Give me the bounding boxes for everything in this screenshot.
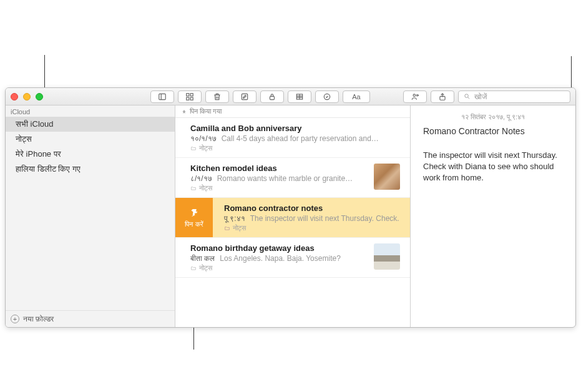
folder-icon bbox=[190, 145, 197, 151]
note-snippet: Los Angeles. Napa. Baja. Yosemite? bbox=[220, 254, 340, 263]
pin-swipe-action[interactable]: पिन करें bbox=[175, 198, 213, 237]
note-date: बीता कल bbox=[190, 254, 215, 263]
search-input[interactable]: खोजें bbox=[458, 91, 570, 103]
notes-window: Aa खोजें iCloud सभी iCloud नोट्स मेरे iP… bbox=[5, 87, 576, 328]
note-title: Camilla and Bob anniversary bbox=[190, 124, 400, 133]
svg-rect-2 bbox=[187, 93, 189, 96]
note-row[interactable]: Romano birthday getaway ideas बीता कल Lo… bbox=[175, 238, 410, 278]
svg-point-16 bbox=[465, 94, 469, 98]
note-date: पू ९:४१ bbox=[224, 214, 245, 223]
svg-rect-3 bbox=[190, 93, 193, 96]
list-view-button[interactable] bbox=[150, 91, 174, 103]
note-snippet: Call 4-5 days ahead for party reservatio… bbox=[222, 134, 379, 143]
delete-button[interactable] bbox=[205, 91, 229, 103]
note-row-selected[interactable]: पिन करें Romano contractor notes पू ९:४१… bbox=[175, 198, 410, 238]
sidebar-item-on-my-iphone[interactable]: मेरे iPhone पर bbox=[6, 147, 175, 162]
svg-rect-6 bbox=[242, 94, 247, 99]
svg-point-13 bbox=[413, 94, 416, 96]
note-detail-body[interactable]: The inspector will visit next Thursday. … bbox=[423, 150, 563, 184]
fullscreen-window-button[interactable] bbox=[36, 93, 43, 100]
sidebar-section-header: iCloud bbox=[6, 105, 175, 117]
svg-rect-4 bbox=[187, 97, 189, 100]
note-folder-name: नोट्स bbox=[199, 144, 212, 152]
note-thumbnail bbox=[374, 164, 400, 190]
pin-icon bbox=[188, 207, 200, 218]
plus-circle-icon: + bbox=[11, 315, 19, 323]
note-snippet: The inspector will visit next Thursday. … bbox=[250, 214, 399, 223]
svg-line-17 bbox=[468, 97, 470, 99]
note-detail-title: Romano Contractor Notes bbox=[423, 126, 563, 136]
note-title: Romano birthday getaway ideas bbox=[190, 243, 369, 253]
new-note-button[interactable] bbox=[233, 91, 256, 103]
folder-icon bbox=[190, 265, 197, 271]
new-folder-button[interactable]: + नया फ़ोल्डर bbox=[6, 310, 175, 327]
search-icon bbox=[464, 93, 471, 100]
pin-swipe-label: पिन करें bbox=[185, 220, 203, 228]
folder-icon bbox=[190, 185, 197, 191]
lock-button[interactable] bbox=[260, 91, 284, 103]
collaborate-button[interactable] bbox=[403, 91, 427, 103]
svg-point-14 bbox=[416, 94, 417, 96]
note-folder-name: नोट्स bbox=[199, 184, 212, 192]
note-snippet: Romano wants white marble or granite… bbox=[217, 174, 353, 183]
note-date: ८/१/१७ bbox=[190, 174, 212, 183]
note-title: Romano contractor notes bbox=[224, 203, 400, 213]
checklist-button[interactable] bbox=[315, 91, 339, 103]
sidebar: iCloud सभी iCloud नोट्स मेरे iPhone पर ह… bbox=[6, 105, 175, 327]
note-row[interactable]: Kitchen remodel ideas ८/१/१७ Romano want… bbox=[175, 158, 410, 198]
titlebar: Aa खोजें bbox=[6, 88, 575, 105]
folder-icon bbox=[224, 225, 230, 231]
svg-rect-5 bbox=[190, 97, 193, 100]
minimize-window-button[interactable] bbox=[23, 93, 31, 100]
note-folder-name: नोट्स bbox=[233, 224, 246, 232]
sidebar-item-notes[interactable]: नोट्स bbox=[6, 132, 175, 147]
list-section-header: पिन किया गया bbox=[175, 105, 410, 118]
new-folder-label: नया फ़ोल्डर bbox=[23, 315, 54, 323]
svg-rect-7 bbox=[270, 96, 275, 99]
grid-view-button[interactable] bbox=[178, 91, 202, 103]
sidebar-item-all-icloud[interactable]: सभी iCloud bbox=[6, 117, 175, 132]
format-button[interactable]: Aa bbox=[343, 91, 370, 103]
traffic-lights bbox=[11, 93, 43, 100]
note-row[interactable]: Camilla and Bob anniversary १०/१/१७ Call… bbox=[175, 118, 410, 158]
notes-list: पिन किया गया Camilla and Bob anniversary… bbox=[175, 105, 411, 327]
share-button[interactable] bbox=[431, 91, 454, 103]
note-thumbnail bbox=[374, 243, 400, 270]
search-placeholder: खोजें bbox=[474, 92, 487, 101]
table-button[interactable] bbox=[288, 91, 311, 103]
note-title: Kitchen remodel ideas bbox=[190, 164, 369, 173]
svg-rect-0 bbox=[159, 94, 166, 99]
note-detail-date: १२ सितंबर २०१७, पू ९:४१ bbox=[423, 113, 563, 121]
close-window-button[interactable] bbox=[11, 93, 18, 100]
note-date: १०/१/१७ bbox=[190, 134, 217, 143]
pin-icon bbox=[182, 109, 187, 115]
sidebar-item-recently-deleted[interactable]: हालिया डिलीट किए गए bbox=[6, 162, 175, 177]
note-folder-name: नोट्स bbox=[199, 264, 212, 272]
note-detail: १२ सितंबर २०१७, पू ९:४१ Romano Contracto… bbox=[411, 105, 575, 327]
